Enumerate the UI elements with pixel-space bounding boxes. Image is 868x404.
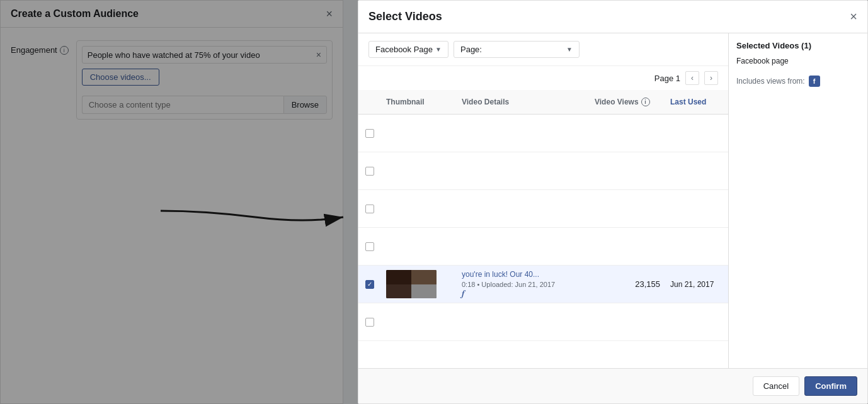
row3-checkbox[interactable] [365, 205, 374, 213]
row2-views [590, 167, 665, 175]
video-views-info-icon[interactable]: i [641, 98, 650, 106]
table-row [358, 190, 728, 228]
row4-date [665, 243, 728, 250]
facebook-page-dropdown[interactable]: Facebook Page ▼ [368, 41, 448, 58]
row4-views [590, 243, 665, 250]
selected-source: Facebook page [736, 57, 860, 65]
row3-date [665, 205, 728, 213]
thumb-q1 [386, 270, 411, 284]
row5-checkbox[interactable] [365, 280, 374, 289]
page-select-dropdown[interactable]: Page: ▼ [454, 41, 580, 58]
table-row: you're in luck! Our 40... 0:18 • Uploade… [358, 266, 728, 303]
prev-page-button[interactable]: ‹ [685, 71, 699, 85]
row3-details [457, 205, 590, 213]
page-select-arrow: ▼ [566, 46, 573, 53]
facebook-page-dropdown-arrow: ▼ [435, 46, 442, 53]
page-text: Page 1 [654, 74, 680, 83]
table-row [358, 115, 728, 152]
header-video-views: Video Views i [590, 95, 665, 109]
row5-views-cell: 23,155 [590, 276, 665, 293]
row2-checkbox[interactable] [365, 167, 374, 176]
selected-videos-title: Selected Videos (1) [736, 41, 860, 50]
row5-video-meta: 0:18 • Uploaded: Jun 21, 2017 [462, 281, 585, 288]
modal-title: Select Videos [368, 10, 442, 23]
row1-thumbnail [381, 130, 457, 137]
thumb-q3 [386, 284, 411, 299]
modal-close-button[interactable]: × [850, 9, 857, 24]
modal-footer: Cancel Confirm [358, 368, 867, 403]
table-row [358, 228, 728, 266]
table-row [358, 152, 728, 190]
thumb-q4 [411, 284, 437, 299]
page-select-label: Page: [460, 45, 482, 54]
row2-thumbnail [381, 167, 457, 175]
row1-views [590, 130, 665, 137]
row5-date-cell: Jun 21, 2017 [665, 276, 728, 293]
row4-checkbox[interactable] [365, 242, 374, 251]
row1-date [665, 130, 728, 137]
row4-thumbnail [381, 243, 457, 250]
header-thumbnail: Thumbnail [381, 95, 457, 109]
row4-details [457, 243, 590, 250]
row1-details [457, 130, 590, 137]
header-last-used[interactable]: Last Used [665, 95, 728, 109]
row4-checkbox-cell [358, 238, 381, 255]
row5-views-num: 23,155 [595, 279, 660, 289]
modal-left-panel: Facebook Page ▼ Page: ▼ Page 1 ‹ › [358, 33, 729, 368]
header-video-details: Video Details [457, 95, 590, 109]
row1-checkbox-cell [358, 125, 381, 142]
row5-fb-icon: 𝒇 [462, 288, 465, 298]
row1-checkbox[interactable] [365, 129, 374, 138]
header-checkbox-cell [358, 95, 381, 109]
confirm-button[interactable]: Confirm [804, 376, 857, 396]
thumb-q2 [411, 270, 437, 284]
row6-date [665, 318, 728, 326]
row5-checkbox-cell [358, 276, 381, 293]
row5-details-cell: you're in luck! Our 40... 0:18 • Uploade… [457, 266, 590, 303]
select-videos-modal: Select Videos × Facebook Page ▼ Page: ▼ … [358, 0, 868, 404]
facebook-page-label: Facebook Page [375, 45, 433, 54]
modal-header: Select Videos × [358, 1, 867, 33]
row3-checkbox-cell [358, 201, 381, 217]
row2-details [457, 167, 590, 175]
table-row [358, 303, 728, 341]
includes-fb-icon: f [809, 76, 820, 87]
cancel-button[interactable]: Cancel [753, 376, 799, 396]
row2-date [665, 167, 728, 175]
row3-views [590, 205, 665, 213]
row6-thumbnail [381, 318, 457, 326]
row2-checkbox-cell [358, 163, 381, 179]
table-header: Thumbnail Video Details Video Views i La… [358, 90, 728, 115]
row5-thumbnail-cell [381, 266, 457, 302]
row5-thumbnail [386, 270, 437, 298]
row6-views [590, 318, 665, 326]
pagination-row: Page 1 ‹ › [358, 66, 728, 90]
row6-details [457, 318, 590, 326]
row6-checkbox-cell [358, 314, 381, 330]
video-table: Thumbnail Video Details Video Views i La… [358, 90, 728, 368]
modal-content: Facebook Page ▼ Page: ▼ Page 1 ‹ › [358, 33, 867, 368]
row3-thumbnail [381, 205, 457, 213]
next-page-button[interactable]: › [704, 71, 718, 85]
includes-label: Includes views from: f [736, 76, 860, 87]
row6-checkbox[interactable] [365, 318, 374, 327]
row5-video-title: you're in luck! Our 40... [462, 270, 585, 279]
modal-right-panel: Selected Videos (1) Facebook page Includ… [729, 33, 867, 368]
thumbnail-mosaic [386, 270, 437, 298]
modal-filters: Facebook Page ▼ Page: ▼ [358, 33, 728, 66]
